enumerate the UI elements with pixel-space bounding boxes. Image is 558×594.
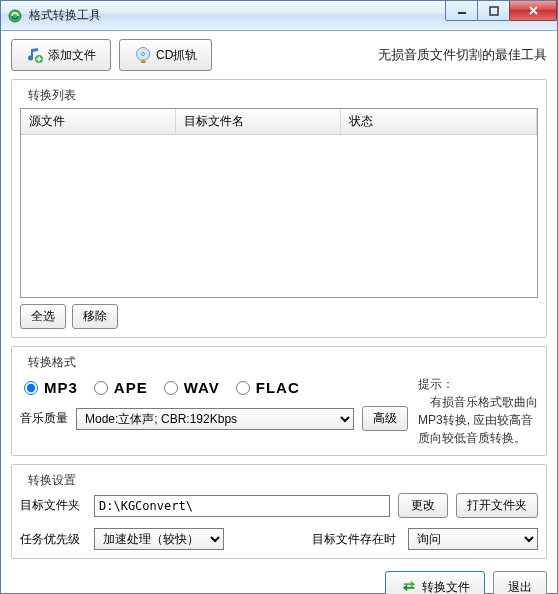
col-target[interactable]: 目标文件名 (176, 109, 341, 134)
minimize-button[interactable] (445, 1, 478, 21)
window-controls (446, 1, 557, 21)
conversion-list-section: 转换列表 源文件 目标文件名 状态 全选 移除 (11, 79, 547, 338)
quality-select[interactable]: Mode:立体声; CBR:192Kbps (76, 408, 354, 430)
change-button[interactable]: 更改 (398, 493, 448, 518)
list-legend: 转换列表 (24, 87, 80, 104)
add-file-button[interactable]: 添加文件 (11, 39, 111, 71)
toolbar: 添加文件 CD抓轨 无损音质文件切割的最佳工具 (11, 39, 547, 71)
cd-rip-label: CD抓轨 (156, 47, 197, 64)
quality-row: 音乐质量 Mode:立体声; CBR:192Kbps 高级 (20, 406, 408, 431)
app-icon (7, 8, 23, 24)
cd-rip-button[interactable]: CD抓轨 (119, 39, 212, 71)
quality-label: 音乐质量 (20, 410, 68, 427)
priority-select[interactable]: 加速处理（较快） (94, 528, 224, 550)
file-list[interactable]: 源文件 目标文件名 状态 (20, 108, 538, 298)
exists-label: 目标文件存在时 (312, 531, 396, 548)
svg-rect-2 (490, 7, 498, 15)
radio-ape[interactable]: APE (94, 379, 148, 396)
format-section: 转换格式 MP3 APE WAV FLAC 音乐质量 Mode:立体声; CBR… (11, 346, 547, 456)
format-radio-group: MP3 APE WAV FLAC (20, 375, 408, 406)
priority-label: 任务优先级 (20, 531, 86, 548)
dest-label: 目标文件夹 (20, 497, 86, 514)
list-body[interactable] (21, 135, 537, 297)
svg-point-6 (142, 53, 145, 56)
svg-point-0 (9, 10, 21, 22)
dest-row: 目标文件夹 更改 打开文件夹 (20, 493, 538, 518)
hint-title: 提示： (418, 375, 538, 393)
convert-label: 转换文件 (422, 579, 470, 595)
radio-mp3[interactable]: MP3 (24, 379, 78, 396)
exit-button[interactable]: 退出 (493, 571, 547, 594)
hint-text: 有损音乐格式歌曲向MP3转换, 应由较高音质向较低音质转换。 (418, 393, 538, 447)
remove-button[interactable]: 移除 (72, 304, 118, 329)
col-status[interactable]: 状态 (341, 109, 537, 134)
exists-select[interactable]: 询问 (408, 528, 538, 550)
hint-box: 提示： 有损音乐格式歌曲向MP3转换, 应由较高音质向较低音质转换。 (418, 375, 538, 447)
convert-button[interactable]: 转换文件 (385, 571, 485, 594)
close-button[interactable] (509, 1, 557, 21)
add-file-label: 添加文件 (48, 47, 96, 64)
content-area: 添加文件 CD抓轨 无损音质文件切割的最佳工具 转换列表 源文件 目标文件名 状… (1, 31, 557, 594)
list-header: 源文件 目标文件名 状态 (21, 109, 537, 135)
settings-section: 转换设置 目标文件夹 更改 打开文件夹 任务优先级 加速处理（较快） 目标文件存… (11, 464, 547, 559)
format-legend: 转换格式 (24, 354, 80, 371)
cd-icon (134, 46, 152, 64)
select-all-button[interactable]: 全选 (20, 304, 66, 329)
svg-point-3 (28, 56, 33, 61)
app-window: 格式转换工具 添加文件 CD抓轨 无损音质文件切割的最佳工具 (0, 0, 558, 594)
window-title: 格式转换工具 (29, 7, 101, 24)
radio-flac[interactable]: FLAC (236, 379, 300, 396)
open-folder-button[interactable]: 打开文件夹 (456, 493, 538, 518)
footer: 转换文件 退出 (11, 567, 547, 594)
maximize-button[interactable] (477, 1, 510, 21)
priority-row: 任务优先级 加速处理（较快） 目标文件存在时 询问 (20, 528, 538, 550)
titlebar[interactable]: 格式转换工具 (1, 1, 557, 31)
radio-wav[interactable]: WAV (164, 379, 220, 396)
col-source[interactable]: 源文件 (21, 109, 176, 134)
music-add-icon (26, 46, 44, 64)
advanced-button[interactable]: 高级 (362, 406, 408, 431)
dest-input[interactable] (94, 495, 390, 517)
slogan-text: 无损音质文件切割的最佳工具 (378, 46, 547, 64)
convert-icon (400, 578, 418, 594)
list-actions: 全选 移除 (20, 304, 538, 329)
settings-legend: 转换设置 (24, 472, 80, 489)
